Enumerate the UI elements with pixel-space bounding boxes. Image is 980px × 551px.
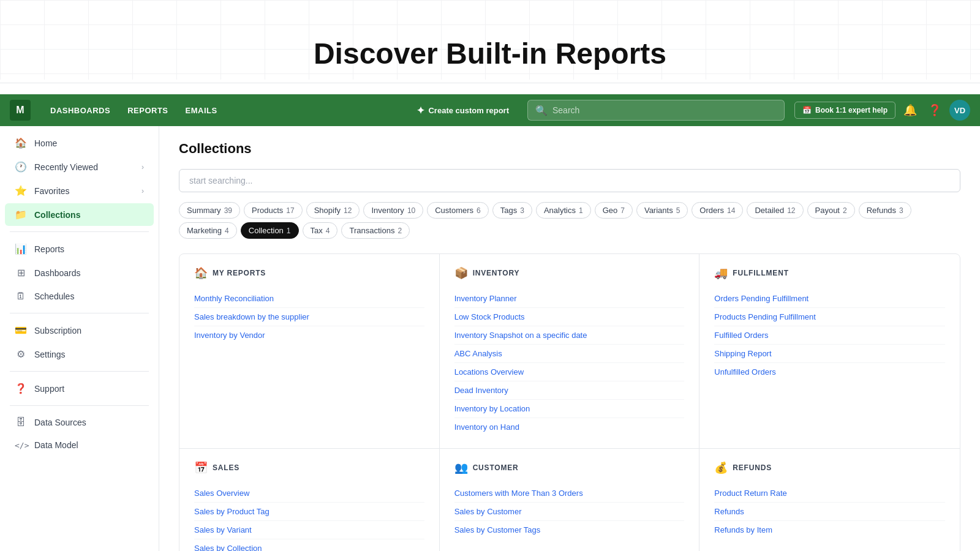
- section-header: 🚚 FULFILLMENT: [714, 266, 945, 280]
- section-header: 💰 REFUNDS: [714, 461, 945, 474]
- filter-tab-shopify[interactable]: Shopify12: [306, 202, 360, 219]
- sidebar-divider-3: [10, 371, 149, 372]
- nav-reports[interactable]: REPORTS: [120, 102, 175, 119]
- sidebar-item-home[interactable]: 🏠 Home: [5, 132, 154, 154]
- tab-count: 2: [843, 206, 847, 215]
- filter-tab-transactions[interactable]: Transactions2: [341, 222, 410, 239]
- report-link[interactable]: Inventory Planner: [454, 290, 685, 308]
- nav-dashboards[interactable]: DASHBOARDS: [43, 102, 118, 119]
- report-link[interactable]: Dead Inventory: [454, 381, 685, 400]
- filter-tab-payout[interactable]: Payout2: [807, 202, 855, 219]
- tab-label: Inventory: [371, 206, 404, 215]
- sidebar-settings-label: Settings: [34, 350, 66, 359]
- sidebar-support-label: Support: [34, 384, 64, 394]
- filter-tab-variants[interactable]: Variants5: [636, 202, 688, 219]
- nav-search-bar[interactable]: 🔍: [527, 100, 785, 121]
- nav-logo[interactable]: M: [10, 100, 31, 121]
- report-link[interactable]: Product Return Rate: [714, 484, 945, 503]
- create-custom-report-button[interactable]: ✦ Create custom report: [408, 101, 517, 120]
- reports-section-sales: 📅 SALES Sales OverviewSales by Product T…: [179, 449, 440, 551]
- filter-tab-summary[interactable]: Summary39: [179, 202, 240, 219]
- sidebar-item-reports[interactable]: 📊 Reports: [5, 238, 154, 260]
- reports-section-my-reports: 🏠 MY REPORTS Monthly ReconciliationSales…: [179, 254, 440, 449]
- filter-tab-tax[interactable]: Tax4: [303, 222, 338, 239]
- nav-emails[interactable]: EMAILS: [178, 102, 225, 119]
- collections-search-input[interactable]: [179, 169, 960, 192]
- report-link[interactable]: Fulfilled Orders: [714, 326, 945, 345]
- report-link[interactable]: Unfulfilled Orders: [714, 363, 945, 381]
- sidebar-item-data-sources[interactable]: 🗄 Data Sources: [5, 411, 154, 433]
- calendar-icon: 📅: [802, 106, 812, 114]
- tab-label: Payout: [815, 206, 840, 215]
- section-title: MY REPORTS: [213, 269, 266, 277]
- report-link[interactable]: Sales Overview: [194, 484, 424, 503]
- sidebar-item-collections[interactable]: 📁 Collections: [5, 203, 154, 226]
- report-link[interactable]: Products Pending Fulfillment: [714, 308, 945, 326]
- sidebar-favorites-label: Favorites: [34, 186, 70, 196]
- filter-tab-geo[interactable]: Geo7: [595, 202, 633, 219]
- tab-count: 12: [787, 206, 795, 215]
- filter-tabs: Summary39Products17Shopify12Inventory10C…: [179, 202, 960, 239]
- data-sources-icon: 🗄: [15, 417, 27, 428]
- filter-tab-products[interactable]: Products17: [244, 202, 303, 219]
- sidebar-item-data-model[interactable]: </> Data Model: [5, 435, 154, 455]
- clock-icon: 🕐: [15, 161, 27, 173]
- help-button[interactable]: ❓: [925, 100, 944, 120]
- tab-label: Tags: [500, 206, 517, 215]
- filter-tab-tags[interactable]: Tags3: [492, 202, 532, 219]
- report-link[interactable]: Sales by Customer Tags: [454, 521, 685, 539]
- report-link[interactable]: ABC Analysis: [454, 345, 685, 363]
- top-nav: M DASHBOARDS REPORTS EMAILS ✦ Create cus…: [0, 94, 980, 126]
- report-link[interactable]: Refunds by Item: [714, 521, 945, 539]
- tab-count: 6: [477, 206, 481, 215]
- filter-tab-customers[interactable]: Customers6: [427, 202, 489, 219]
- user-avatar[interactable]: VD: [949, 100, 970, 121]
- sidebar-item-support[interactable]: ❓ Support: [5, 377, 154, 400]
- filter-tab-marketing[interactable]: Marketing4: [179, 222, 237, 239]
- report-link[interactable]: Low Stock Products: [454, 308, 685, 326]
- sidebar-data-sources-label: Data Sources: [34, 418, 86, 427]
- section-header: 📦 INVENTORY: [454, 266, 685, 280]
- filter-tab-inventory[interactable]: Inventory10: [363, 202, 423, 219]
- sidebar-divider-1: [10, 231, 149, 232]
- section-icon: 📅: [194, 461, 208, 474]
- report-link[interactable]: Inventory Snapshot on a specific date: [454, 326, 685, 345]
- report-link[interactable]: Customers with More Than 3 Orders: [454, 484, 685, 503]
- sidebar-item-subscription[interactable]: 💳 Subscription: [5, 319, 154, 342]
- tab-count: 2: [398, 227, 402, 235]
- sidebar-item-favorites[interactable]: ⭐ Favorites ›: [5, 179, 154, 202]
- report-link[interactable]: Sales by Variant: [194, 521, 424, 539]
- notifications-button[interactable]: 🔔: [900, 100, 920, 120]
- sidebar-home-label: Home: [34, 138, 57, 148]
- tab-count: 14: [727, 206, 735, 215]
- filter-tab-detailed[interactable]: Detailed12: [747, 202, 803, 219]
- report-link[interactable]: Shipping Report: [714, 345, 945, 363]
- report-link[interactable]: Orders Pending Fulfillment: [714, 290, 945, 308]
- create-custom-report-label: Create custom report: [428, 106, 508, 115]
- filter-tab-collection[interactable]: Collection1: [241, 222, 299, 239]
- report-link[interactable]: Sales breakdown by the supplier: [194, 308, 424, 326]
- sidebar-item-dashboards[interactable]: ⊞ Dashboards: [5, 261, 154, 284]
- report-link[interactable]: Sales by Collection: [194, 539, 424, 551]
- section-icon: 🚚: [714, 266, 728, 280]
- filter-tab-orders[interactable]: Orders14: [692, 202, 743, 219]
- report-link[interactable]: Inventory on Hand: [454, 418, 685, 436]
- report-link[interactable]: Refunds: [714, 503, 945, 521]
- report-link[interactable]: Sales by Customer: [454, 503, 685, 521]
- chevron-right-icon: ›: [141, 163, 144, 171]
- book-expert-button[interactable]: 📅 Book 1:1 expert help: [794, 102, 895, 119]
- tab-count: 17: [286, 206, 294, 215]
- filter-tab-refunds[interactable]: Refunds3: [859, 202, 911, 219]
- sidebar-item-settings[interactable]: ⚙ Settings: [5, 343, 154, 365]
- report-link[interactable]: Inventory by Location: [454, 400, 685, 418]
- report-link[interactable]: Monthly Reconciliation: [194, 290, 424, 308]
- sidebar-item-recently-viewed[interactable]: 🕐 Recently Viewed ›: [5, 156, 154, 178]
- search-input[interactable]: [552, 105, 777, 115]
- report-link[interactable]: Locations Overview: [454, 363, 685, 381]
- report-link[interactable]: Sales by Product Tag: [194, 503, 424, 521]
- section-icon: 📦: [454, 266, 468, 280]
- filter-tab-analytics[interactable]: Analytics1: [536, 202, 591, 219]
- sidebar-recently-viewed-label: Recently Viewed: [34, 162, 98, 172]
- sidebar-item-schedules[interactable]: 🗓 Schedules: [5, 285, 154, 307]
- report-link[interactable]: Inventory by Vendor: [194, 326, 424, 344]
